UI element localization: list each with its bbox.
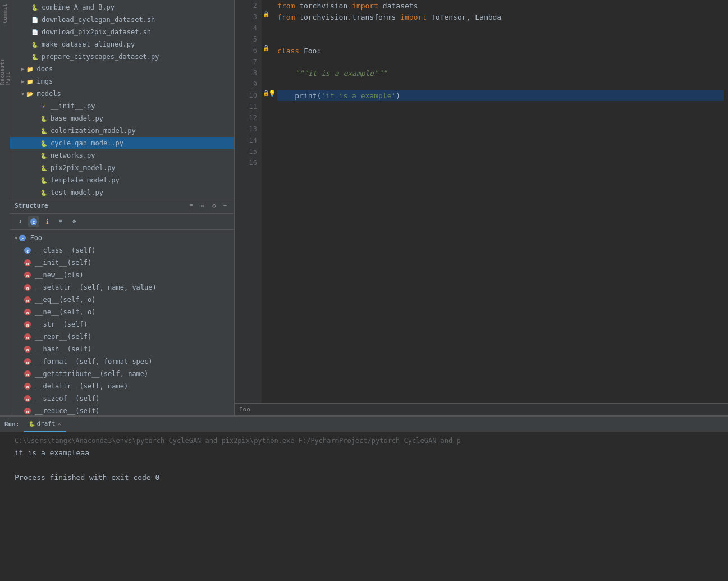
- method-badge: m: [24, 271, 31, 279]
- method-label: __sizeof__(self): [35, 395, 100, 402]
- run-tab-close[interactable]: ✕: [58, 420, 61, 427]
- folder-icon: 📁: [25, 77, 34, 86]
- settings2-btn[interactable]: ⚙: [68, 216, 80, 227]
- method-hash[interactable]: m __hash__(self): [10, 343, 234, 355]
- run-tab-draft[interactable]: 🐍 draft ✕: [24, 417, 66, 432]
- breadcrumb-foo: Foo: [239, 406, 250, 413]
- file-item-colorization-model[interactable]: 🐍 colorization_model.py: [10, 125, 234, 137]
- minimize-btn[interactable]: −: [221, 202, 230, 211]
- run-exit-message: Process finished with exit code 0: [15, 472, 724, 484]
- method-ne[interactable]: m __ne__(self, o): [10, 306, 234, 318]
- svg-text:m: m: [26, 373, 29, 377]
- svg-text:c: c: [33, 219, 35, 225]
- code-area[interactable]: 2 3 4 5 6 7 8 9 10 11 12 13 14 15 16 🔒 🔒…: [235, 0, 728, 403]
- method-reduce[interactable]: m __reduce__(self): [10, 405, 234, 415]
- method-badge: m: [24, 259, 31, 267]
- file-item-make-dataset[interactable]: 🐍 make_dataset_aligned.py: [10, 38, 234, 51]
- method-setattr[interactable]: m __setattr__(self, name, value): [10, 281, 234, 294]
- method-label: __str__(self): [35, 321, 88, 328]
- chevron-down-icon: ▼: [21, 91, 24, 97]
- class-filter-btn[interactable]: c: [28, 216, 39, 227]
- folder-docs[interactable]: ▶ 📁 docs: [10, 63, 234, 75]
- method-badge: m: [24, 333, 31, 341]
- class-chevron-icon: ▼: [15, 235, 17, 241]
- chevron-right-icon: ▶: [21, 79, 24, 84]
- python-file-icon: 🐍: [30, 40, 39, 49]
- class-foo-item[interactable]: ▼ c Foo: [10, 232, 234, 244]
- method-new[interactable]: m __new__(cls): [10, 269, 234, 281]
- folder-imgs[interactable]: ▶ 📁 imgs: [10, 75, 234, 88]
- python-file-icon: 🐍: [39, 126, 48, 135]
- code-line-6: class Foo:: [277, 45, 724, 56]
- file-item-base-model[interactable]: 🐍 base_model.py: [10, 112, 234, 125]
- sort-btn[interactable]: ↕: [15, 216, 26, 227]
- svg-text:c: c: [26, 249, 29, 254]
- structure-panel: Structure ≡ ⇔ ⚙ − ↕ c ℹ ⊟ ⚙ ▼ c Foo c __…: [10, 198, 235, 415]
- file-item-init[interactable]: ⚡ __init__.py: [10, 100, 234, 112]
- method-str[interactable]: m __str__(self): [10, 318, 234, 331]
- svg-text:c: c: [21, 237, 24, 241]
- python-file-icon: 🐍: [39, 176, 48, 185]
- line-num-12: 12: [235, 112, 262, 123]
- method-badge: m: [24, 407, 31, 415]
- structure-header: Structure ≡ ⇔ ⚙ −: [10, 198, 234, 214]
- folder-models[interactable]: ▼ 📂 models: [10, 88, 234, 100]
- structure-title: Structure: [15, 202, 185, 209]
- commit-label: Commit: [2, 3, 8, 24]
- method-eq[interactable]: m __eq__(self, o): [10, 294, 234, 306]
- docstring: """it is a example""": [295, 69, 387, 77]
- code-line-5: [277, 34, 724, 45]
- align-list-btn[interactable]: ≡: [187, 202, 196, 211]
- python-file-icon: 🐍: [39, 139, 48, 148]
- code-line-7: [277, 56, 724, 67]
- file-item-test-model[interactable]: 🐍 test_model.py: [10, 186, 234, 199]
- lock-icon-line3: 🔒: [263, 11, 269, 17]
- file-item-template-model[interactable]: 🐍 template_model.py: [10, 174, 234, 186]
- bulb-icon-line10[interactable]: 💡: [268, 90, 276, 97]
- method-getattribute[interactable]: m __getattribute__(self, name): [10, 368, 234, 380]
- run-tab-icon: 🐍: [29, 421, 35, 427]
- file-item-prepare-cityscapes[interactable]: 🐍 prepare_cityscapes_dataset.py: [10, 51, 234, 63]
- file-item-download-pix2pix[interactable]: 📄 download_pix2pix_dataset.sh: [10, 26, 234, 38]
- folder-label: docs: [36, 65, 53, 73]
- code-line-10: print( 'it is a example' ): [277, 90, 724, 101]
- code-content[interactable]: from torchvision import datasets from to…: [273, 0, 728, 403]
- svg-text:m: m: [26, 336, 29, 340]
- filter-btn[interactable]: ⊟: [55, 216, 66, 227]
- file-item-networks[interactable]: 🐍 networks.py: [10, 149, 234, 162]
- info-btn[interactable]: ℹ: [42, 216, 53, 227]
- expand-btn[interactable]: ⇔: [198, 202, 207, 211]
- method-label: __setattr__(self, name, value): [35, 283, 157, 291]
- file-label: template_model.py: [51, 176, 120, 184]
- method-label: __repr__(self): [35, 333, 91, 341]
- editor-breadcrumb: Foo: [235, 403, 728, 415]
- svg-text:m: m: [26, 311, 29, 315]
- method-repr[interactable]: m __repr__(self): [10, 331, 234, 343]
- python-file-icon: 🐍: [39, 188, 48, 197]
- run-tab-label: draft: [37, 420, 56, 427]
- keyword-class: class: [277, 47, 299, 55]
- file-item-combine[interactable]: 🐍 combine_A_and_B.py: [10, 1, 234, 13]
- activity-commit[interactable]: Commit: [1, 2, 10, 25]
- file-item-cycle-gan-model[interactable]: 🐍 cycle_gan_model.py: [10, 137, 234, 149]
- settings-btn[interactable]: ⚙: [209, 202, 218, 211]
- folder-open-icon: 📂: [25, 89, 34, 98]
- method-format[interactable]: m __format__(self, format_spec): [10, 355, 234, 368]
- method-class[interactable]: c __class__(self): [10, 244, 234, 257]
- file-label: test_model.py: [51, 189, 103, 196]
- code-line-13: [277, 123, 724, 135]
- file-item-download-cyclegan[interactable]: 📄 download_cyclegan_dataset.sh: [10, 13, 234, 26]
- file-label: pix2pix_model.py: [51, 164, 116, 172]
- keyword-import: import: [400, 13, 427, 21]
- method-label: __class__(self): [35, 246, 95, 254]
- method-badge: m: [24, 321, 31, 328]
- method-init[interactable]: m __init__(self): [10, 257, 234, 269]
- line-numbers: 2 3 4 5 6 7 8 9 10 11 12 13 14 15 16: [235, 0, 262, 403]
- method-delattr[interactable]: m __delattr__(self, name): [10, 380, 234, 392]
- file-label: prepare_cityscapes_dataset.py: [42, 53, 159, 61]
- activity-pull-requests[interactable]: Pull Requests: [1, 61, 10, 83]
- method-sizeof[interactable]: m __sizeof__(self): [10, 392, 234, 405]
- svg-text:m: m: [26, 410, 29, 414]
- file-item-pix2pix-model[interactable]: 🐍 pix2pix_model.py: [10, 162, 234, 174]
- file-label: cycle_gan_model.py: [51, 139, 123, 147]
